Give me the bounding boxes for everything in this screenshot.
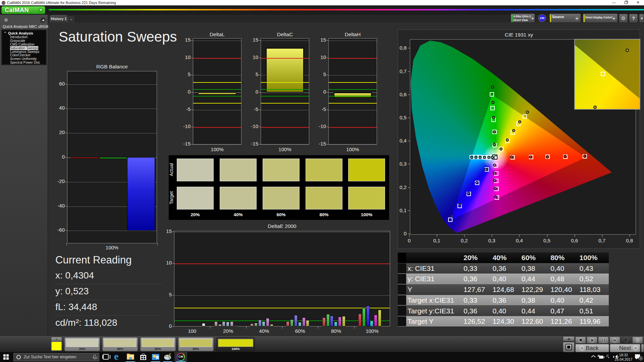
y-tick xyxy=(327,75,328,75)
measured-marker xyxy=(491,156,494,159)
target-swatch-60% xyxy=(263,187,300,209)
add-tab-button[interactable]: + xyxy=(68,16,74,22)
tray-battery-icon[interactable] xyxy=(598,355,604,359)
meter-badge[interactable]: 230 xyxy=(538,14,546,22)
control-button-blank[interactable] xyxy=(632,337,643,344)
next-button[interactable]: Next» xyxy=(610,344,640,352)
tree-item-spectral-power-dist-[interactable]: Spectral Power Dist. xyxy=(10,61,46,65)
microphone-icon[interactable] xyxy=(94,355,96,358)
y-tick-label: -60 xyxy=(51,227,65,233)
limit-line xyxy=(329,58,377,59)
task-view-icon[interactable] xyxy=(102,353,110,361)
patch-window-up-button[interactable] xyxy=(563,336,575,341)
limit-line xyxy=(261,89,309,90)
table-row-label: x: CIE31 xyxy=(407,263,435,274)
store-icon[interactable] xyxy=(139,353,147,361)
control-button-bracket[interactable]: [·] xyxy=(598,337,609,344)
workflow-radio-icon[interactable] xyxy=(3,17,9,23)
y-tick-label: 0 xyxy=(51,154,65,160)
table-cell: 0,40 xyxy=(492,306,521,316)
table-cell: 127,67 xyxy=(464,284,492,295)
minimize-button[interactable]: — xyxy=(608,0,620,5)
chevron-left-icon: ◀ xyxy=(640,17,642,20)
y-tick xyxy=(172,295,174,295)
tray-clock[interactable]: 18:3225.04.2017 xyxy=(613,353,634,361)
patch-window-button[interactable] xyxy=(563,342,575,352)
limit-line xyxy=(174,320,390,321)
patch-label: 20% xyxy=(65,347,100,351)
delta-e-bar xyxy=(374,315,377,326)
patch-button-40%[interactable]: 40% xyxy=(102,337,138,351)
delta-e-bar xyxy=(358,314,362,326)
close-button[interactable]: ✕ xyxy=(632,0,644,5)
y-tick xyxy=(191,92,193,93)
source-dropdown[interactable]: Source xyxy=(549,13,581,23)
x-tick xyxy=(547,235,547,237)
start-button[interactable] xyxy=(3,354,9,360)
file-explorer-icon[interactable] xyxy=(126,353,135,361)
tree-root-quick-analysis[interactable]: Quick Analysis xyxy=(4,31,46,35)
control-button-refresh[interactable] xyxy=(621,337,632,344)
y-tick xyxy=(327,144,328,144)
limit-line xyxy=(261,58,309,59)
back-button[interactable]: Back« xyxy=(575,344,609,352)
saturation-data-table: 20%40%60%80%100%x: CIE310,330,360,380,40… xyxy=(398,252,609,327)
target-marker xyxy=(448,218,452,222)
control-button-play[interactable] xyxy=(587,337,597,344)
delta-e-bar xyxy=(342,316,345,326)
y-tick-label: 10 xyxy=(245,54,258,60)
y-tick xyxy=(65,133,67,133)
patch-button-80%[interactable]: 80% xyxy=(178,337,214,351)
cie-zoom-inset xyxy=(574,39,640,110)
help-button[interactable]: ? xyxy=(629,14,638,23)
table-row-marker xyxy=(398,285,406,294)
tray-wifi-icon[interactable] xyxy=(606,354,611,359)
target-swatch-100% xyxy=(348,187,385,209)
y-tick-label: -15 xyxy=(313,141,326,146)
patch-list-expand-button[interactable]: ▲ xyxy=(51,337,62,341)
photos-app-icon[interactable] xyxy=(152,353,160,361)
restore-button[interactable] xyxy=(620,0,632,5)
meter-dropdown[interactable]: X-Rite i1Pro 2 Direct View xyxy=(511,13,535,23)
x-tick xyxy=(464,235,465,237)
axis-tick xyxy=(157,243,158,245)
control-button-infinity[interactable]: ∞ xyxy=(609,337,620,344)
patch-button-100%[interactable]: 100% xyxy=(216,337,255,351)
display-control-dropdown[interactable]: Direct Display Control xyxy=(583,13,618,23)
calman-taskbar-icon[interactable]: CM xyxy=(177,353,185,361)
measured-marker xyxy=(467,192,470,195)
table-cell: 121,26 xyxy=(550,316,579,326)
table-cell: 0,33 xyxy=(464,263,492,274)
window-target-icon-fill xyxy=(567,346,570,349)
measured-marker xyxy=(483,156,486,159)
edge-button[interactable] xyxy=(641,344,644,352)
settings-button[interactable]: ⚙ xyxy=(619,14,628,23)
calman-menu-button[interactable]: CalMAN xyxy=(1,6,45,14)
panel-collapse-button[interactable]: ◀ xyxy=(639,14,644,23)
patch-button-20%[interactable]: 20% xyxy=(64,337,100,351)
sidebar-collapse-button[interactable]: ◀ xyxy=(40,17,46,23)
taskbar-search-input[interactable]: Zur Suche Text hier eingeben xyxy=(13,353,99,361)
notification-icon[interactable]: 4 xyxy=(635,354,641,359)
delta-e-bar xyxy=(338,317,341,326)
patch-button-60%[interactable]: 60% xyxy=(140,337,176,351)
table-row-label: Y xyxy=(407,284,412,295)
workflow-title: Quick Analysis NBC sRGB xyxy=(3,24,48,28)
table-cell: 0,40 xyxy=(550,263,579,274)
column-label: 40% xyxy=(220,212,257,217)
measured-marker xyxy=(493,172,496,175)
x-tick-label: 0,5 xyxy=(540,238,554,243)
table-header-cell: 80% xyxy=(550,252,579,263)
measured-marker xyxy=(506,138,509,141)
tab-history-1[interactable]: History 1 xyxy=(50,15,67,22)
x-tick-label: 0,2 xyxy=(458,238,471,243)
target-swatch-40% xyxy=(220,187,257,209)
target-swatch-20% xyxy=(177,187,214,209)
edge-icon[interactable]: e xyxy=(114,353,122,361)
tray-chevron-up-icon[interactable] xyxy=(591,355,595,358)
y-tick xyxy=(259,75,261,75)
gridline xyxy=(329,144,377,145)
meter-status-indicator xyxy=(512,15,513,22)
control-button-stop[interactable] xyxy=(575,337,586,344)
paint-icon[interactable] xyxy=(164,353,172,361)
